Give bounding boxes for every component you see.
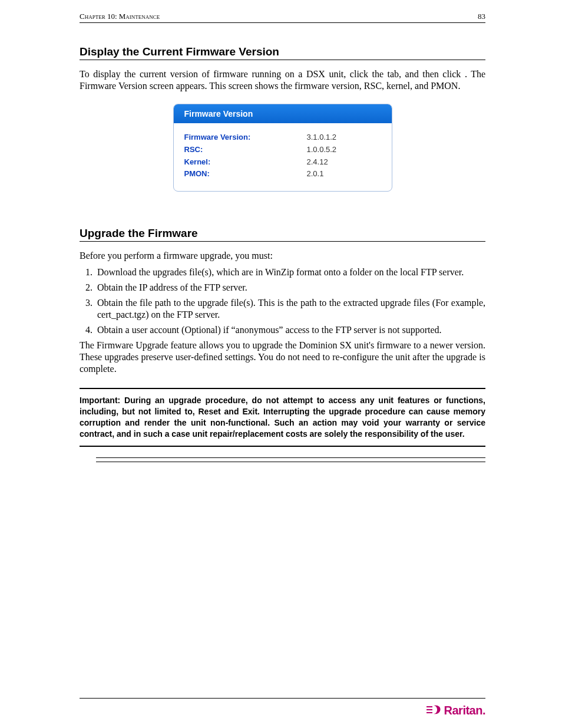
firmware-row: PMON: 2.0.1 <box>184 168 381 180</box>
svg-rect-0 <box>427 706 432 707</box>
display-firmware-paragraph: To display the current version of firmwa… <box>80 68 485 92</box>
list-item: Obtain the IP address of the FTP server. <box>95 282 485 294</box>
firmware-row: Kernel: 2.4.12 <box>184 156 381 169</box>
footer-rule <box>80 698 485 699</box>
firmware-row: RSC: 1.0.0.5.2 <box>184 144 381 156</box>
list-item: Obtain the file path to the upgrade file… <box>95 297 485 321</box>
firmware-label: PMON: <box>184 168 307 180</box>
page-header: Chapter 10: Maintenance 83 <box>80 12 485 23</box>
list-item: Obtain a user account (Optional) if “ano… <box>95 324 485 336</box>
firmware-value: 3.1.0.1.2 <box>307 131 337 144</box>
important-note: Important: During an upgrade procedure, … <box>80 388 485 447</box>
page-number: 83 <box>478 12 485 21</box>
firmware-value: 2.4.12 <box>307 156 328 169</box>
firmware-version-card: Firmware Version Firmware Version: 3.1.0… <box>173 104 392 192</box>
list-item: Download the upgrades file(s), which are… <box>95 266 485 278</box>
firmware-value: 1.0.0.5.2 <box>307 144 337 156</box>
brand-text: Raritan. <box>444 704 485 717</box>
section-title-upgrade-firmware: Upgrade the Firmware <box>80 227 485 242</box>
firmware-row: Firmware Version: 3.1.0.1.2 <box>184 131 381 144</box>
horizontal-rule <box>96 457 485 462</box>
firmware-value: 2.0.1 <box>307 168 324 180</box>
firmware-card-header: Firmware Version <box>174 104 392 123</box>
firmware-label: Firmware Version: <box>184 131 307 144</box>
page: Chapter 10: Maintenance 83 Display the C… <box>0 0 562 728</box>
raritan-icon <box>427 704 442 717</box>
firmware-label: RSC: <box>184 144 307 156</box>
chapter-label: Chapter 10: Maintenance <box>80 12 160 21</box>
upgrade-steps-list: Download the upgrades file(s), which are… <box>80 266 485 336</box>
horizontal-rule <box>96 462 485 462</box>
svg-rect-2 <box>427 712 432 713</box>
svg-rect-1 <box>427 709 432 710</box>
upgrade-after-paragraph: The Firmware Upgrade feature allows you … <box>80 340 485 375</box>
firmware-label: Kernel: <box>184 156 307 169</box>
section-title-display-firmware: Display the Current Firmware Version <box>80 45 485 60</box>
firmware-card-body: Firmware Version: 3.1.0.1.2 RSC: 1.0.0.5… <box>174 123 392 191</box>
brand-logo: Raritan. <box>427 704 485 717</box>
upgrade-intro: Before you perform a firmware upgrade, y… <box>80 250 485 262</box>
